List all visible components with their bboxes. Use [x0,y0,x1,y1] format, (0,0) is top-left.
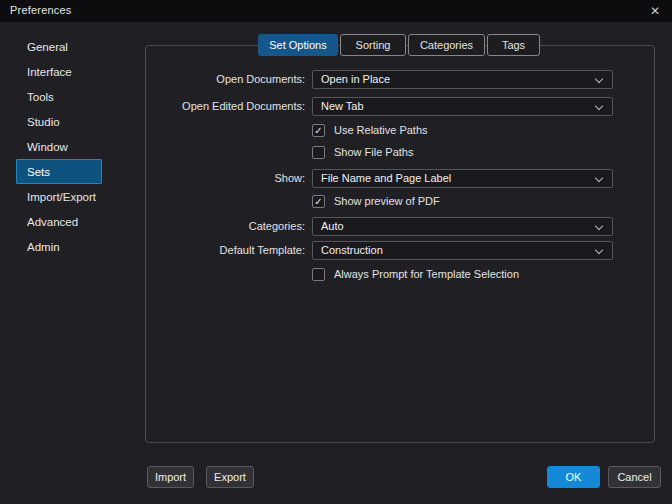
sidebar-item-import-export[interactable]: Import/Export [16,184,102,209]
show-file-paths-row: Show File Paths [312,145,413,159]
export-button[interactable]: Export [206,466,254,488]
open-documents-label: Open Documents: [216,70,305,89]
sidebar-item-window[interactable]: Window [16,134,102,159]
chevron-down-icon [595,246,603,254]
import-button[interactable]: Import [147,466,194,488]
show-preview-checkbox[interactable]: ✓ [312,195,325,208]
show-preview-row: ✓ Show preview of PDF [312,194,440,208]
window-title: Preferences [10,4,72,16]
tab-bar: Set Options Sorting Categories Tags [258,34,540,56]
categories-value: Auto [321,220,344,232]
open-documents-select[interactable]: Open in Place [312,70,613,89]
show-preview-label: Show preview of PDF [334,195,440,207]
sidebar-item-admin[interactable]: Admin [16,234,102,259]
open-edited-documents-value: New Tab [321,100,364,112]
sidebar: General Interface Tools Studio Window Se… [16,34,136,259]
preferences-dialog: Preferences ✕ General Interface Tools St… [0,0,672,504]
close-icon[interactable]: ✕ [645,2,665,20]
tab-tags[interactable]: Tags [487,34,540,56]
chevron-down-icon [595,102,603,110]
chevron-down-icon [595,75,603,83]
always-prompt-checkbox[interactable] [312,268,325,281]
show-select[interactable]: File Name and Page Label [312,169,613,188]
default-template-label: Default Template: [220,241,305,260]
categories-select[interactable]: Auto [312,217,613,236]
sidebar-item-general[interactable]: General [16,34,102,59]
tab-categories[interactable]: Categories [408,34,485,56]
title-bar: Preferences ✕ [0,0,672,22]
cancel-button[interactable]: Cancel [608,466,661,488]
sidebar-item-interface[interactable]: Interface [16,59,102,84]
show-label: Show: [274,169,305,188]
default-template-value: Construction [321,244,383,256]
use-relative-paths-row: ✓ Use Relative Paths [312,123,428,137]
open-documents-value: Open in Place [321,73,390,85]
sidebar-item-tools[interactable]: Tools [16,84,102,109]
show-value: File Name and Page Label [321,172,451,184]
tab-set-options[interactable]: Set Options [258,34,338,56]
default-template-select[interactable]: Construction [312,241,613,260]
show-file-paths-label: Show File Paths [334,146,413,158]
always-prompt-row: Always Prompt for Template Selection [312,267,519,281]
tab-sorting[interactable]: Sorting [340,34,406,56]
show-file-paths-checkbox[interactable] [312,146,325,159]
open-edited-documents-select[interactable]: New Tab [312,97,613,116]
chevron-down-icon [595,222,603,230]
open-edited-documents-label: Open Edited Documents: [182,97,305,116]
categories-label: Categories: [249,217,305,236]
always-prompt-label: Always Prompt for Template Selection [334,268,519,280]
chevron-down-icon [595,174,603,182]
ok-button[interactable]: OK [547,466,600,488]
use-relative-paths-checkbox[interactable]: ✓ [312,124,325,137]
sidebar-item-sets[interactable]: Sets [16,159,102,184]
sidebar-item-advanced[interactable]: Advanced [16,209,102,234]
use-relative-paths-label: Use Relative Paths [334,124,428,136]
sidebar-item-studio[interactable]: Studio [16,109,102,134]
